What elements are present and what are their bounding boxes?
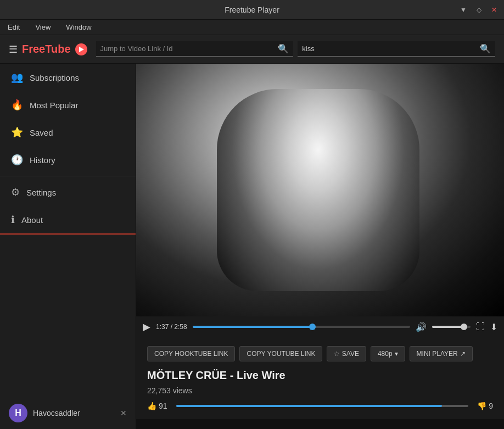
keyword-search-box: 🔍 xyxy=(298,41,495,57)
chevron-down-icon: ▾ xyxy=(395,350,398,358)
sidebar-item-label-subscriptions: Subscriptions xyxy=(30,73,79,82)
video-controls: ▶ 1:37 / 2:58 🔊 ⛶ ⬇ xyxy=(136,316,504,337)
video-link-search-icon[interactable]: 🔍 xyxy=(278,43,289,54)
copy-youtube-button[interactable]: COPY YOUTUBE LINK xyxy=(239,346,322,361)
save-button[interactable]: ☆ SAVE xyxy=(327,346,366,361)
close-button[interactable]: ✕ xyxy=(489,4,500,15)
quality-label: 480p xyxy=(378,350,393,358)
sidebar: 👥 Subscriptions 🔥 Most Popular ⭐ Saved 🕐… xyxy=(0,64,136,429)
time-display: 1:37 / 2:58 xyxy=(156,323,187,331)
minimize-button[interactable]: ▼ xyxy=(458,4,469,15)
keyword-search-input[interactable] xyxy=(302,44,475,53)
menu-window[interactable]: Window xyxy=(63,22,94,32)
sidebar-item-label-most-popular: Most Popular xyxy=(30,101,78,110)
sidebar-item-subscriptions[interactable]: 👥 Subscriptions xyxy=(0,64,136,91)
video-action-buttons: COPY HOOKTUBE LINK COPY YOUTUBE LINK ☆ S… xyxy=(147,346,493,361)
menu-view[interactable]: View xyxy=(32,22,54,32)
sidebar-item-about[interactable]: ℹ About xyxy=(0,206,136,233)
sidebar-item-label-history: History xyxy=(30,155,55,165)
external-link-icon: ↗ xyxy=(460,350,466,358)
title-bar: Freetube Player ▼ ◇ ✕ xyxy=(0,0,504,20)
history-icon: 🕐 xyxy=(11,154,23,166)
hamburger-icon[interactable]: ☰ xyxy=(9,43,18,55)
app-container: ☰ FreeTube 🔍 🔍 👥 Subscriptions xyxy=(0,35,504,429)
sidebar-item-label-saved: Saved xyxy=(30,128,53,137)
like-bar xyxy=(176,405,469,407)
subscriptions-icon: 👥 xyxy=(11,71,23,83)
user-remove-button[interactable]: ✕ xyxy=(120,409,127,417)
pin-button[interactable]: ◇ xyxy=(473,4,484,15)
video-link-search-box: 🔍 xyxy=(96,41,294,57)
video-player: ▶ 1:37 / 2:58 🔊 ⛶ ⬇ xyxy=(136,64,504,337)
progress-bar-fill xyxy=(193,326,312,328)
volume-thumb xyxy=(461,324,467,330)
like-count: 👍 91 xyxy=(147,402,167,410)
progress-thumb xyxy=(309,324,316,330)
main-content: 👥 Subscriptions 🔥 Most Popular ⭐ Saved 🕐… xyxy=(0,64,504,429)
progress-bar[interactable] xyxy=(193,326,410,328)
sidebar-item-label-settings: Settings xyxy=(26,188,56,197)
menu-bar: Edit View Window xyxy=(0,20,504,35)
mini-player-button[interactable]: MINI PLAYER ↗ xyxy=(410,346,473,361)
settings-icon: ⚙ xyxy=(11,186,20,198)
sidebar-item-label-about: About xyxy=(21,215,43,225)
sidebar-item-settings[interactable]: ⚙ Settings xyxy=(0,179,136,206)
saved-icon: ⭐ xyxy=(11,126,23,138)
sidebar-bottom-divider xyxy=(0,233,136,235)
video-thumbnail[interactable] xyxy=(136,64,504,316)
sidebar-item-history[interactable]: 🕐 History xyxy=(0,146,136,174)
sidebar-user: H Havocsaddler ✕ xyxy=(0,397,136,429)
logo-circle xyxy=(75,43,87,55)
thumbs-down-icon: 👎 xyxy=(477,402,486,410)
user-name: Havocsaddler xyxy=(33,409,115,417)
thumbs-up-icon: 👍 xyxy=(147,402,156,410)
download-button[interactable]: ⬇ xyxy=(490,322,497,332)
search-container: 🔍 🔍 xyxy=(96,41,495,57)
play-pause-button[interactable]: ▶ xyxy=(143,321,150,333)
header: ☰ FreeTube 🔍 🔍 xyxy=(0,35,504,64)
volume-icon[interactable]: 🔊 xyxy=(416,322,427,332)
volume-fill xyxy=(432,326,465,328)
like-fill xyxy=(176,405,443,407)
sidebar-item-most-popular[interactable]: 🔥 Most Popular xyxy=(0,91,136,119)
volume-bar[interactable] xyxy=(432,326,471,328)
title-bar-controls: ▼ ◇ ✕ xyxy=(458,4,500,15)
quality-button[interactable]: 480p ▾ xyxy=(371,346,405,361)
copy-hooktube-button[interactable]: COPY HOOKTUBE LINK xyxy=(147,346,235,361)
keyword-search-icon[interactable]: 🔍 xyxy=(480,43,491,54)
video-stats: 👍 91 👎 9 xyxy=(147,402,493,410)
header-logo[interactable]: ☰ FreeTube xyxy=(9,43,87,55)
video-title: MÖTLEY CRÜE - Live Wire xyxy=(147,369,493,382)
sidebar-divider-1 xyxy=(0,176,136,176)
dislike-count: 👎 9 xyxy=(477,402,493,410)
logo-text: FreeTube xyxy=(22,43,71,55)
star-icon: ☆ xyxy=(334,350,340,358)
most-popular-icon: 🔥 xyxy=(11,99,23,111)
fullscreen-button[interactable]: ⛶ xyxy=(476,322,485,332)
sidebar-item-saved[interactable]: ⭐ Saved xyxy=(0,119,136,146)
video-views: 22,753 views xyxy=(147,386,493,395)
video-link-input[interactable] xyxy=(100,44,274,53)
menu-edit[interactable]: Edit xyxy=(4,22,23,32)
video-frame-figure xyxy=(217,89,419,291)
play-icon xyxy=(79,47,84,52)
user-avatar: H xyxy=(9,404,27,422)
about-icon: ℹ xyxy=(11,214,15,226)
video-info: COPY HOOKTUBE LINK COPY YOUTUBE LINK ☆ S… xyxy=(136,337,504,419)
title-bar-title: Freetube Player xyxy=(225,5,279,14)
video-area: ▶ 1:37 / 2:58 🔊 ⛶ ⬇ xyxy=(136,64,504,429)
